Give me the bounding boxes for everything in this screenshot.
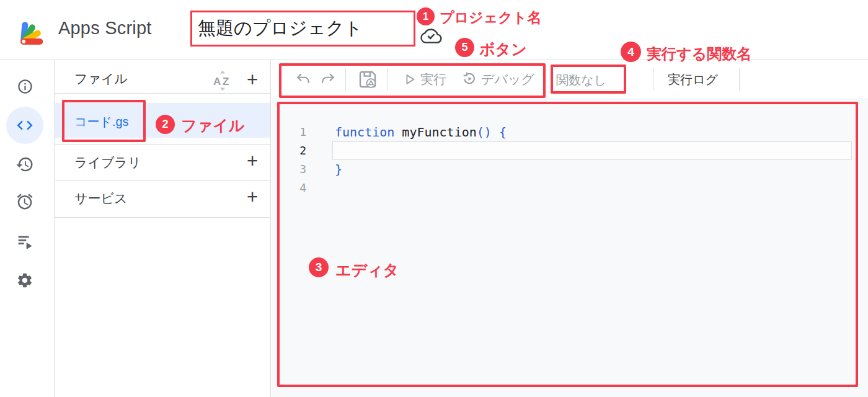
divider: [55, 93, 270, 94]
annotation-badge-5: 5: [455, 38, 474, 57]
annotation-badge-2: 2: [156, 115, 175, 134]
project-title-text: 無題のプロジェクト: [198, 16, 363, 41]
add-file-button[interactable]: +: [241, 69, 264, 91]
code-editor[interactable]: 1 2 3 4 function myFunction() { }: [272, 99, 868, 397]
project-history-icon[interactable]: [16, 155, 34, 174]
line-number: 1: [281, 123, 306, 141]
redo-icon[interactable]: [320, 71, 336, 87]
triggers-alarm-icon[interactable]: [16, 192, 34, 211]
code-icon: [16, 116, 34, 135]
divider: [55, 217, 270, 218]
file-panel: ファイル A Z + コード.gs ライブラリ + サービス +: [55, 60, 271, 397]
files-header: ファイル: [74, 70, 128, 87]
code-line-3: }: [335, 160, 342, 179]
annotation-label-file: ファイル: [181, 115, 244, 136]
toolbar-divider: [653, 68, 653, 91]
line-number-active: 2: [281, 141, 306, 160]
toolbar-divider: [345, 68, 346, 91]
editor-nav-selected[interactable]: [6, 107, 43, 144]
sort-az-icon[interactable]: A Z: [212, 69, 236, 92]
add-service-button[interactable]: +: [241, 186, 264, 208]
execution-log-button[interactable]: 実行ログ: [668, 71, 718, 87]
line-number: 3: [281, 160, 306, 179]
toolbar-divider: [387, 68, 388, 91]
divider: [55, 144, 270, 145]
settings-gear-icon[interactable]: [16, 272, 33, 289]
code-line-1: function myFunction() {: [335, 123, 507, 141]
brand-title: Apps Script: [58, 18, 152, 38]
toolbar-divider: [739, 68, 740, 91]
divider: [55, 180, 270, 181]
apps-script-logo: [16, 12, 51, 47]
debug-button[interactable]: デバッグ: [481, 71, 534, 87]
executions-icon[interactable]: [16, 233, 34, 251]
annotation-label-editor: エディタ: [335, 260, 399, 280]
annotation-label-function-name: 実行する関数名: [647, 44, 751, 64]
add-library-button[interactable]: +: [241, 150, 264, 172]
project-title-input[interactable]: 無題のプロジェクト: [190, 11, 415, 47]
svg-text:Z: Z: [223, 76, 229, 87]
editor-toolbar: 実行 デバッグ 関数なし 実行ログ: [272, 60, 868, 99]
undo-icon[interactable]: [295, 71, 311, 87]
code-function-name: myFunction: [394, 125, 476, 140]
annotation-label-buttons: ボタン: [479, 39, 527, 60]
line-number: 4: [281, 179, 306, 197]
code-parens: (): [477, 125, 492, 140]
annotation-label-project-name: プロジェクト名: [440, 8, 541, 27]
debug-icon[interactable]: [461, 71, 477, 87]
libraries-label: ライブラリ: [74, 154, 141, 171]
file-name-code-gs[interactable]: コード.gs: [74, 114, 129, 130]
annotation-badge-4: 4: [621, 42, 641, 62]
code-keyword: function: [335, 125, 394, 140]
current-line-highlight: [332, 141, 852, 160]
services-label: サービス: [74, 190, 127, 207]
annotation-badge-1: 1: [417, 7, 435, 25]
annotation-badge-3: 3: [309, 257, 329, 277]
apps-script-window: Apps Script 無題のプロジェクト: [0, 0, 868, 397]
run-button[interactable]: 実行: [420, 71, 446, 87]
left-navigation-rail: [0, 60, 55, 397]
cloud-saved-icon: [420, 25, 442, 45]
code-open-brace: {: [492, 125, 507, 140]
function-selector[interactable]: 関数なし: [556, 72, 606, 88]
save-project-icon[interactable]: [358, 69, 378, 89]
svg-text:A: A: [213, 76, 221, 87]
overview-info-icon[interactable]: [17, 78, 33, 95]
run-play-icon[interactable]: [403, 73, 417, 86]
